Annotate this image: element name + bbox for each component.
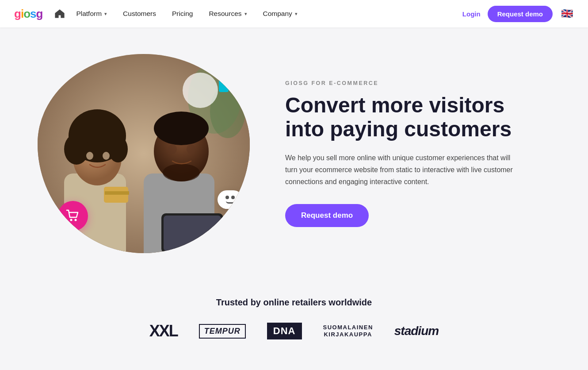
trusted-logos-bar: XXL TEMPUR DNA SUOMALAINENKIRJAKAUPPA st… [0,322,588,358]
nav-pricing[interactable]: Pricing [164,0,201,27]
svg-point-6 [64,134,89,165]
home-icon[interactable] [55,9,65,18]
svg-point-17 [187,144,195,154]
logo-stadium: stadium [394,324,439,338]
cart-widget [58,201,88,231]
request-demo-button[interactable]: Request demo [488,6,553,22]
logo-xxl: XXL [149,322,178,340]
chevron-down-icon: ▾ [104,11,107,17]
trusted-heading: Trusted by online retailers worldwide [0,297,588,308]
hero-photo-blob [38,54,250,253]
hero-section: GIOSG FOR E-COMMERCE Convert more visito… [0,27,588,280]
hero-cta-button[interactable]: Request demo [285,204,369,227]
logo-letter-o: o [23,7,30,20]
chat-dot [231,196,235,199]
cart-icon [66,209,80,223]
decorative-white-blob [183,73,218,108]
svg-point-7 [108,136,128,162]
language-flag[interactable]: 🇬🇧 [560,7,574,21]
nav-customers[interactable]: Customers [115,0,164,27]
hero-eyebrow: GIOSG FOR E-COMMERCE [285,80,542,86]
svg-point-20 [70,219,73,221]
svg-point-8 [86,152,93,160]
svg-point-21 [75,219,77,221]
hero-heading: Convert more visitors into paying custom… [285,93,542,141]
svg-rect-11 [105,191,129,195]
chat-dot [225,196,229,199]
login-link[interactable]: Login [462,10,481,18]
logo-tempur: TEMPUR [199,324,246,339]
hero-text-area: GIOSG FOR E-COMMERCE Convert more visito… [285,80,542,227]
smile-icon [226,201,235,204]
nav-links: Platform ▾ Customers Pricing Resources ▾… [68,0,462,27]
logo-dna: DNA [267,323,302,339]
nav-resources[interactable]: Resources ▾ [201,0,255,27]
logo-suomalainen: SUOMALAINENKIRJAKAUPPA [323,324,373,338]
chevron-down-icon: ▾ [244,11,247,17]
decorative-teal-bar [219,66,229,92]
chat-bubble-widget [218,190,243,209]
svg-point-15 [163,164,200,181]
svg-rect-19 [164,216,221,251]
trusted-section: Trusted by online retailers worldwide XX… [0,280,588,358]
nav-company[interactable]: Company ▾ [255,0,305,27]
svg-point-16 [168,144,177,154]
logo-letter-s: s [30,7,36,20]
hero-image-area [38,54,267,253]
svg-point-14 [154,112,209,145]
nav-actions: Login Request demo 🇬🇧 [462,6,574,22]
navbar: giosg Platform ▾ Customers Pricing Resou… [0,0,588,27]
svg-point-9 [103,152,110,160]
chevron-down-icon: ▾ [295,11,298,17]
logo-letter-g2: g [36,7,42,20]
logo-letter-g1: g [14,7,21,20]
logo[interactable]: giosg [14,7,42,21]
nav-platform[interactable]: Platform ▾ [68,0,115,27]
hero-body: We help you sell more online with unique… [285,152,515,188]
